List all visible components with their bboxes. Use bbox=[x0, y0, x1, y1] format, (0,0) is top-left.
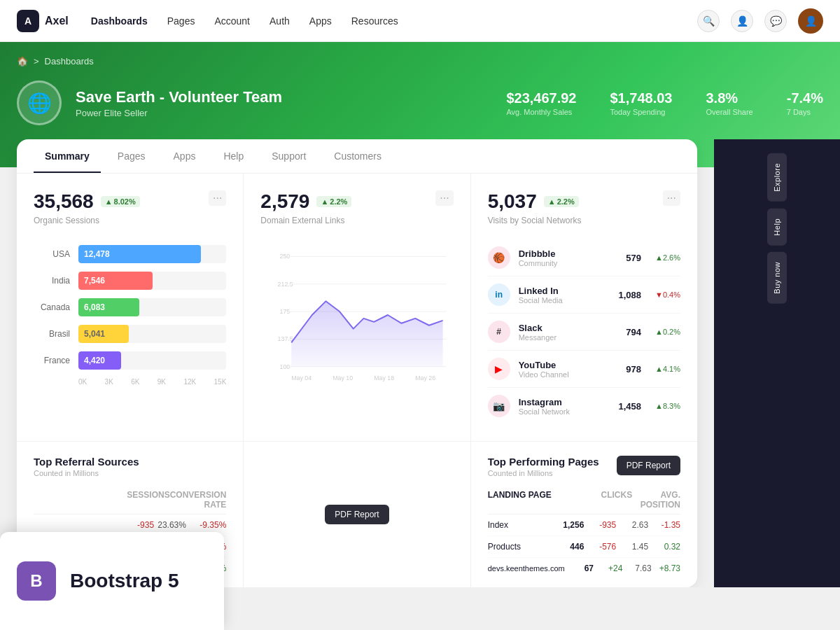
bootstrap-icon: B bbox=[17, 561, 56, 601]
stat-today-spending: $1,748.03 Today Spending bbox=[610, 90, 673, 116]
home-icon: 🏠 bbox=[17, 56, 28, 66]
more-options-button[interactable]: ··· bbox=[435, 190, 453, 206]
pdf-report-button-2[interactable]: PDF Report bbox=[617, 456, 680, 475]
breadcrumb-sep: > bbox=[34, 56, 39, 66]
nav-logo[interactable]: A Axel bbox=[17, 10, 69, 32]
tab-summary[interactable]: Summary bbox=[34, 139, 101, 173]
referral-title: Top Referral Sources bbox=[34, 456, 226, 468]
hero-left: 🌐 Save Earth - Volunteer Team Power Elit… bbox=[17, 80, 282, 125]
stat-7days: -7.4% 7 Days bbox=[787, 90, 823, 116]
social-visits-label: Visits by Social Networks bbox=[488, 216, 582, 225]
country-label: India bbox=[34, 276, 70, 286]
top-panels: 35,568 ▲ 8.02% Organic Sessions ··· USA … bbox=[17, 174, 697, 441]
stat-overall-share-label: Overall Share bbox=[706, 108, 752, 116]
pdf-report-panel: PDF Report bbox=[244, 442, 470, 587]
buy-now-button[interactable]: Buy now bbox=[767, 252, 787, 304]
right-sidebar: Explore Help Buy now bbox=[714, 139, 840, 587]
organic-sessions-badge: ▲ 8.02% bbox=[101, 196, 140, 207]
line-chart: 250 212.5 175 137.5 100 bbox=[260, 245, 453, 388]
social-row-slack: # Slack Messanger 794 ▲0.2% bbox=[488, 314, 680, 351]
social-visits-badge: ▲ 2.2% bbox=[544, 196, 579, 207]
stat-overall-share-value: 3.8% bbox=[706, 90, 752, 106]
top-pages-sub: Counted in Millions bbox=[488, 469, 599, 477]
social-info: Dribbble Community bbox=[519, 248, 618, 267]
stat-monthly-sales: $23,467.92 Avg. Monthly Sales bbox=[506, 90, 576, 116]
table-row: devs.keenthemes.com 67 +24 7.63 +8.73 bbox=[488, 558, 680, 579]
organic-sessions-panel: 35,568 ▲ 8.02% Organic Sessions ··· USA … bbox=[17, 174, 243, 441]
top-pages-title: Top Performing Pages bbox=[488, 456, 599, 468]
table-row: Index 1,256 -935 2.63 -1.35 bbox=[488, 514, 680, 536]
metric-row: 2,579 ▲ 2.2% bbox=[260, 190, 351, 213]
notifications-button[interactable]: 👤 bbox=[731, 10, 753, 32]
tab-help[interactable]: Help bbox=[212, 139, 255, 173]
bar-container: 7,546 bbox=[78, 272, 226, 290]
external-links-value: 2,579 bbox=[260, 190, 309, 213]
bar-row-usa: USA 12,478 bbox=[34, 245, 226, 263]
nav-resources[interactable]: Resources bbox=[351, 15, 398, 27]
stat-monthly-sales-label: Avg. Monthly Sales bbox=[506, 108, 576, 116]
social-row-dribbble: 🏀 Dribbble Community 579 ▲2.6% bbox=[488, 239, 680, 276]
referral-sub: Counted in Millions bbox=[34, 469, 226, 477]
tab-customers[interactable]: Customers bbox=[323, 139, 393, 173]
svg-text:May 04: May 04 bbox=[292, 374, 312, 382]
social-networks-panel: 5,037 ▲ 2.2% Visits by Social Networks ·… bbox=[471, 174, 697, 441]
more-options-button[interactable]: ··· bbox=[663, 190, 680, 206]
country-label: France bbox=[34, 356, 70, 365]
bootstrap-overlay: B Bootstrap 5 bbox=[0, 532, 224, 630]
tabs: Summary Pages Apps Help Support Customer… bbox=[17, 139, 697, 174]
main-content: Summary Pages Apps Help Support Customer… bbox=[0, 139, 840, 587]
nav-apps[interactable]: Apps bbox=[309, 15, 332, 27]
bar-axis: 0K 3K 6K 9K 12K 15K bbox=[34, 378, 226, 386]
linkedin-icon: in bbox=[488, 284, 510, 306]
stat-7days-value: -7.4% bbox=[787, 90, 823, 106]
stat-7days-label: 7 Days bbox=[787, 108, 823, 116]
social-info: YouTube Video Channel bbox=[519, 360, 618, 379]
stat-overall-share: 3.8% Overall Share bbox=[706, 90, 752, 116]
search-button[interactable]: 🔍 bbox=[697, 10, 720, 32]
social-info: Linked In Social Media bbox=[519, 286, 610, 304]
tab-support[interactable]: Support bbox=[260, 139, 317, 173]
hero-logo-icon: 🌐 bbox=[17, 80, 62, 125]
user-avatar[interactable]: 👤 bbox=[798, 8, 823, 34]
country-label: Brasil bbox=[34, 329, 70, 339]
social-row-linkedin: in Linked In Social Media 1,088 ▼0.4% bbox=[488, 276, 680, 314]
stat-monthly-sales-value: $23,467.92 bbox=[506, 90, 576, 106]
nav-pages[interactable]: Pages bbox=[167, 15, 195, 27]
social-visits-value: 5,037 bbox=[488, 190, 537, 213]
slack-icon: # bbox=[488, 321, 510, 343]
dashboard-card: Summary Pages Apps Help Support Customer… bbox=[17, 139, 697, 587]
bar-fill: 7,546 bbox=[78, 272, 153, 290]
nav-dashboards[interactable]: Dashboards bbox=[91, 15, 148, 27]
social-list: 🏀 Dribbble Community 579 ▲2.6% in Linked… bbox=[488, 239, 680, 424]
tab-pages[interactable]: Pages bbox=[106, 139, 157, 173]
breadcrumb-current: Dashboards bbox=[45, 56, 94, 66]
bar-container: 4,420 bbox=[78, 351, 226, 370]
social-info: Slack Messanger bbox=[519, 323, 618, 342]
bar-fill: 4,420 bbox=[78, 351, 121, 370]
messages-button[interactable]: 💬 bbox=[764, 10, 787, 32]
bar-row-france: France 4,420 bbox=[34, 351, 226, 370]
bar-container: 6,083 bbox=[78, 298, 226, 316]
metric-row: 35,568 ▲ 8.02% bbox=[34, 190, 140, 213]
tab-apps[interactable]: Apps bbox=[162, 139, 207, 173]
nav-account[interactable]: Account bbox=[214, 15, 250, 27]
brand-name: Axel bbox=[45, 15, 69, 27]
stat-today-spending-label: Today Spending bbox=[610, 108, 673, 116]
navbar: A Axel Dashboards Pages Account Auth App… bbox=[0, 0, 840, 42]
social-row-youtube: ▶ YouTube Video Channel 978 ▲4.1% bbox=[488, 351, 680, 388]
svg-text:May 26: May 26 bbox=[416, 374, 436, 382]
more-options-button[interactable]: ··· bbox=[209, 190, 226, 206]
bar-row-india: India 7,546 bbox=[34, 272, 226, 290]
country-label: Canada bbox=[34, 302, 70, 312]
country-label: USA bbox=[34, 249, 70, 259]
explore-button[interactable]: Explore bbox=[767, 153, 787, 202]
bar-chart: USA 12,478 India 7,546 Canada bbox=[34, 245, 226, 386]
social-info: Instagram Social Network bbox=[519, 397, 610, 416]
help-button[interactable]: Help bbox=[767, 209, 787, 246]
nav-auth[interactable]: Auth bbox=[270, 15, 290, 27]
pdf-report-button[interactable]: PDF Report bbox=[325, 505, 388, 524]
bar-fill: 12,478 bbox=[78, 245, 201, 263]
svg-text:May 18: May 18 bbox=[374, 374, 395, 382]
external-links-badge: ▲ 2.2% bbox=[316, 196, 351, 207]
nav-right: 🔍 👤 💬 👤 bbox=[697, 8, 823, 34]
